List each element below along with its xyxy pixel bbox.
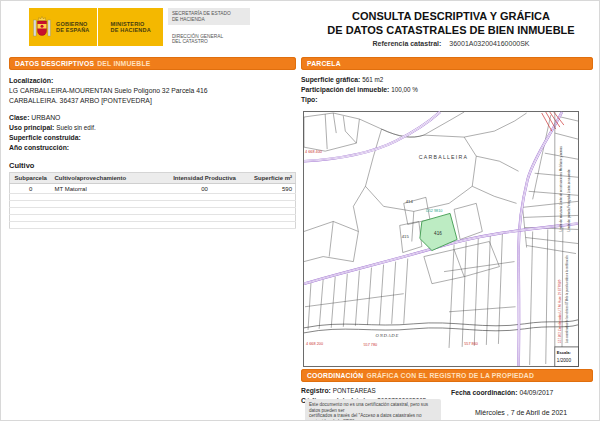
coord-bottom-right: 557 860 [464,342,478,346]
descriptive-data-panel: DATOS DESCRIPTIVOSDEL INMUEBLE Localizac… [9,57,296,229]
uso-value: Suelo sin edif. [56,124,96,131]
secretaria-box: SECRETARÍA DE ESTADO DE HACIENDA [168,8,250,25]
legend-column1: Límite de manzana Límite de construccion… [559,146,563,232]
document-date: Miércoles , 7 de Abril de 2021 [449,409,593,416]
col-cultivo: Cultivo/aprovechamiento [52,173,164,184]
ministerio-label: MINISTERIO DE HACIENDA [110,21,150,34]
coordination-title-strong: COORDINACIÓN [307,372,363,379]
parcela-panel: PARCELA Superficie gráfica: 561 m2 Parti… [301,57,593,105]
parcel-code-label: D52 9810 [426,209,443,213]
participacion-value: 100,00 % [391,86,418,93]
superficie-construida-label: Superficie construida: [9,134,81,141]
superficie-grafica-value: 561 m2 [362,76,383,83]
cultivo-header-row: Subparcela Cultivo/aprovechamiento Inten… [10,173,296,184]
road-label: ONDADE [376,333,400,338]
area-label: CARBALLEIRA [419,154,468,160]
spain-coat-of-arms-icon [33,14,51,40]
direccion-line2: DEL CATASTRO [172,39,246,45]
disclaimer-line2: certificados a través del "Acceso a dato… [309,413,437,421]
superficie-grafica-field: Superficie gráfica: 561 m2 [301,75,593,85]
gobierno-block: GOBIERNO DE ESPAÑA [29,8,98,46]
coord-top-left: 4 668 400 [305,150,322,154]
ano-construccion-field: Año construcción: [9,143,296,153]
government-logo: GOBIERNO DE ESPAÑA MINISTERIO DE HACIEND… [29,8,250,46]
datos-title-rest: DEL INMUEBLE [97,60,150,67]
parcela-title: PARCELA [307,60,341,67]
scale-box: Escala: 1/2000 [555,347,579,367]
coordination-section-header: COORDINACIÓNGRÁFICA CON EL REGISTRO DE L… [301,369,593,382]
fecha-coordinacion-field: Fecha coordinación: 04/09/2017 [451,389,553,396]
cultivo-data-row: 0 MT Matorral 00 590 [10,184,296,194]
secretaria-line2: DE HACIENDA [172,17,246,23]
coord-bottom-left: 4 668 200 [306,342,323,346]
cadastral-reference-label: Referencia catastral: [372,40,441,47]
neighbor-parcel-415-label: 415 [402,235,410,240]
col-subparcela: Subparcela [10,173,52,184]
scale-label: Escala: [557,350,571,355]
superficie-construida-field: Superficie construida: [9,133,296,143]
neighbor-parcel-414-label: 414 [406,199,414,204]
cultivo-table: Subparcela Cultivo/aprovechamiento Inten… [9,172,296,229]
tipo-field: Tipo: [301,95,593,105]
col-superficie: Superficie m² [246,173,296,184]
gobierno-line2: DE ESPAÑA [56,27,89,34]
datos-title-strong: DATOS DESCRIPTIVOS [15,60,94,67]
clase-label: Clase: [9,114,29,121]
gobierno-label: GOBIERNO DE ESPAÑA [56,21,89,34]
clase-value: URBANO [31,114,60,121]
legend-certification-note: Las coordenadas de los vértices UTM de l… [565,255,569,343]
cultivo-empty-row [10,201,296,208]
ministerio-block: MINISTERIO DE HACIENDA [98,8,162,46]
disclaimer-box: Este documento no es una certificación c… [305,399,441,421]
organism-block: SECRETARÍA DE ESTADO DE HACIENDA DIRECCI… [168,8,250,46]
localizacion-line1: LG CARBALLEIRA-MOURENTAN Suelo Poligono … [9,86,296,96]
localizacion-label: Localización: [9,76,296,86]
cadastral-reference-value: 36001A032004160000SK [449,40,529,47]
col-intensidad: Intensidad Productiva [164,173,246,184]
fecha-value: 04/09/2017 [519,389,553,396]
cadastral-map: CARBALLEIRA ONDADE 416 414 415 D52 9810 … [303,111,579,367]
title-line1: CONSULTA DESCRIPTIVA Y GRÁFICA [309,9,593,23]
cadastral-consult-document: GOBIERNO DE ESPAÑA MINISTERIO DE HACIEND… [0,0,600,421]
cultivo-empty-row [10,208,296,215]
selected-parcel-label: 416 [434,231,442,236]
uso-field: Uso principal: Suelo sin edif. [9,123,296,133]
coordination-panel: COORDINACIÓNGRÁFICA CON EL REGISTRO DE L… [301,369,593,405]
document-title: CONSULTA DESCRIPTIVA Y GRÁFICA DE DATOS … [309,9,593,37]
cadastral-map-svg: CARBALLEIRA ONDADE 416 414 415 D52 9810 … [303,111,579,367]
direccion-box: DIRECCIÓN GENERAL DEL CATASTRO [168,34,250,46]
tipo-label: Tipo: [301,96,318,103]
legend-utm-note: 557.862 Coordenadas U.T.M. Huso 29 ETRS8… [558,279,562,343]
cell-intensidad: 00 [164,184,246,194]
ano-construccion-label: Año construcción: [9,144,69,151]
disclaimer-line1: Este documento no es una certificación c… [309,402,437,413]
registro-value: PONTEAREAS [333,387,376,394]
participacion-field: Participación del inmueble: 100,00 % [301,85,593,95]
cell-cultivo: MT Matorral [52,184,164,194]
cadastral-reference: Referencia catastral: 36001A032004160000… [309,40,593,47]
cultivo-empty-row [10,194,296,201]
superficie-grafica-label: Superficie gráfica: [301,76,360,83]
cultivo-empty-row [10,222,296,229]
coordination-title-rest: GRÁFICA CON EL REGISTRO DE LA PROPIEDAD [366,372,534,379]
parcela-section-header: PARCELA [301,57,593,70]
registro-label: Registro: [301,387,331,394]
coord-bottom-mid: 557 780 [363,343,377,347]
uso-label: Uso principal: [9,124,54,131]
cell-subparcela: 0 [10,184,52,194]
fecha-label: Fecha coordinación: [451,389,517,396]
cell-superficie: 590 [246,184,296,194]
title-line2: DE DATOS CATASTRALES DE BIEN INMUEBLE [309,23,593,37]
localizacion-line2: CARBALLEIRA. 36437 ARBO [PONTEVEDRA] [9,96,296,106]
scale-value: 1/2000 [557,358,572,363]
ministerio-line2: DE HACIENDA [110,27,150,34]
cultivo-empty-row [10,215,296,222]
clase-field: Clase: URBANO [9,113,296,123]
participacion-label: Participación del inmueble: [301,86,389,93]
cultivo-title: Cultivo [9,161,296,170]
legend-column2: Límite de parcela Fotografía Límite zona… [567,169,571,231]
datos-section-header: DATOS DESCRIPTIVOSDEL INMUEBLE [9,57,296,70]
